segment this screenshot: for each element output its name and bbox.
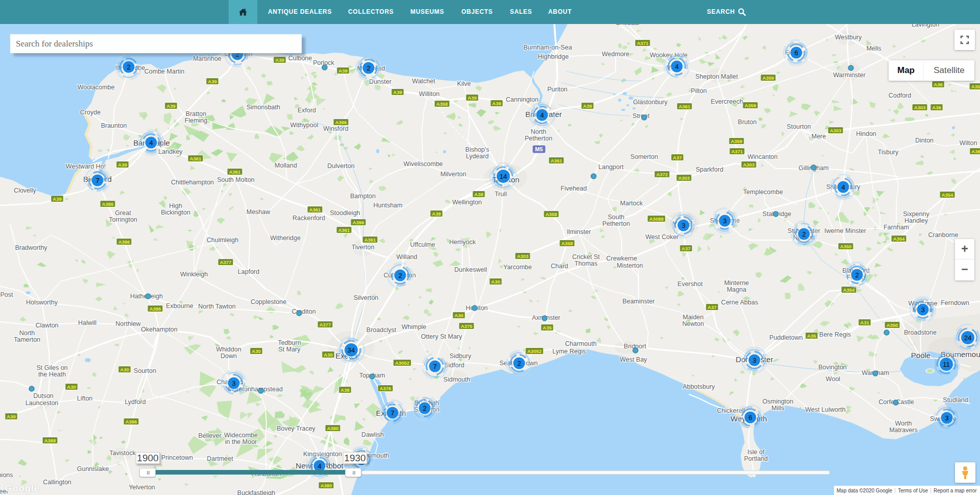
svg-text:Mere: Mere (812, 133, 826, 140)
svg-text:A37: A37 (673, 155, 681, 160)
svg-text:A39: A39 (338, 68, 347, 74)
svg-text:2: 2 (398, 272, 402, 279)
svg-text:Worth: Worth (895, 420, 912, 427)
svg-text:A361: A361 (679, 104, 691, 109)
svg-text:Exford: Exford (298, 107, 316, 114)
svg-text:Mills: Mills (772, 405, 785, 412)
svg-text:Bovington: Bovington (818, 364, 847, 371)
svg-text:A31: A31 (860, 320, 869, 325)
svg-text:M5: M5 (535, 146, 543, 152)
svg-text:Uffculme: Uffculme (410, 241, 435, 248)
svg-text:Cricket St: Cricket St (572, 253, 600, 261)
svg-text:Cranborne: Cranborne (928, 231, 958, 239)
svg-text:Meshaw: Meshaw (247, 208, 271, 216)
svg-text:Torrington: Torrington (109, 216, 137, 223)
svg-text:North: North (19, 329, 35, 337)
svg-text:Chard: Chard (551, 263, 568, 270)
svg-text:Templecombe: Templecombe (743, 188, 783, 196)
svg-text:A39: A39 (393, 89, 402, 95)
svg-text:Stoodleigh: Stoodleigh (330, 209, 360, 217)
svg-text:Milverton: Milverton (440, 171, 467, 178)
svg-text:A35: A35 (807, 333, 816, 339)
svg-text:A36: A36 (971, 149, 980, 154)
svg-text:A354: A354 (893, 236, 905, 242)
svg-text:Poole: Poole (911, 351, 930, 360)
svg-text:Newton: Newton (682, 320, 704, 327)
svg-text:A350: A350 (887, 322, 898, 328)
svg-text:A354: A354 (843, 287, 855, 293)
svg-text:Thomas: Thomas (574, 260, 597, 267)
svg-text:Ashburton: Ashburton (252, 470, 281, 478)
svg-text:A303: A303 (517, 253, 529, 259)
svg-text:24: 24 (964, 334, 971, 342)
svg-text:Isle of: Isle of (747, 449, 765, 456)
svg-text:A388: A388 (44, 438, 56, 443)
svg-text:2: 2 (802, 230, 805, 238)
svg-text:Great: Great (115, 209, 131, 217)
svg-text:the Heath: the Heath (38, 371, 66, 378)
svg-text:A361: A361 (190, 156, 202, 161)
svg-text:2: 2 (423, 405, 426, 412)
svg-text:Molland: Molland (275, 162, 297, 169)
svg-text:Bampton: Bampton (350, 193, 376, 200)
svg-text:A30: A30 (67, 384, 76, 390)
svg-text:Clawton: Clawton (35, 322, 58, 329)
svg-text:14: 14 (500, 173, 507, 180)
svg-text:Bickington: Bickington (161, 209, 190, 216)
svg-text:Wilton: Wilton (960, 139, 977, 147)
svg-text:A39: A39 (275, 57, 284, 63)
svg-text:Misterton: Misterton (617, 262, 643, 269)
svg-text:A386: A386 (118, 239, 130, 245)
svg-text:Dartmeet: Dartmeet (207, 455, 233, 462)
svg-text:Evershot: Evershot (677, 280, 703, 288)
svg-text:Kilve: Kilve (457, 80, 471, 87)
svg-text:A380: A380 (321, 483, 332, 488)
svg-text:4: 4 (675, 63, 678, 70)
svg-text:Willand: Willand (397, 253, 418, 261)
svg-text:Ferndown: Ferndown (941, 299, 969, 307)
svg-text:34: 34 (348, 346, 355, 354)
svg-text:North: North (531, 128, 547, 135)
svg-text:Cerne Abbas: Cerne Abbas (721, 299, 758, 306)
svg-text:Wiveliscombe: Wiveliscombe (403, 160, 443, 168)
svg-text:A359: A359 (763, 75, 774, 81)
svg-text:Woolacombe: Woolacombe (78, 84, 115, 91)
svg-text:Wool: Wool (826, 375, 840, 383)
svg-text:A36: A36 (934, 82, 942, 87)
svg-text:Shepton Mallet: Shepton Mallet (695, 73, 738, 80)
svg-text:A35: A35 (543, 325, 552, 331)
svg-text:A38: A38 (474, 192, 483, 197)
svg-text:7: 7 (95, 177, 99, 184)
svg-text:Ilminster: Ilminster (567, 228, 591, 235)
svg-text:Yelverton: Yelverton (129, 484, 155, 491)
svg-text:Broadstone: Broadstone (904, 329, 937, 336)
svg-text:Landkey: Landkey (158, 148, 183, 155)
svg-text:Hemyock: Hemyock (449, 239, 476, 246)
svg-text:Farnham: Farnham (884, 224, 909, 231)
svg-text:A39: A39 (468, 95, 476, 101)
svg-text:Dutson: Dutson (33, 392, 54, 399)
svg-text:Gunnislake: Gunnislake (77, 465, 109, 473)
svg-text:Okehampton: Okehampton (141, 326, 178, 333)
svg-text:Yarcombe: Yarcombe (503, 264, 532, 271)
svg-text:Petherton: Petherton (602, 220, 630, 227)
svg-text:Lyme Regis: Lyme Regis (552, 348, 586, 355)
svg-text:Widecombe: Widecombe (224, 432, 258, 439)
svg-text:A396: A396 (353, 220, 364, 225)
svg-text:Lydford: Lydford (125, 398, 145, 406)
svg-text:A377: A377 (320, 322, 331, 327)
svg-text:A39: A39 (492, 101, 501, 106)
svg-text:3: 3 (723, 217, 726, 225)
svg-text:Chittlehampton: Chittlehampton (171, 179, 214, 186)
svg-text:11: 11 (943, 361, 950, 368)
svg-text:A3052: A3052 (395, 360, 409, 366)
svg-text:6: 6 (794, 49, 798, 57)
svg-text:A30: A30 (491, 279, 500, 285)
svg-text:A396: A396 (335, 120, 347, 125)
svg-text:Callington: Callington (43, 479, 71, 486)
svg-text:A380: A380 (327, 426, 339, 431)
svg-text:Cannington: Cannington (506, 96, 538, 103)
svg-text:Minions: Minions (0, 472, 13, 479)
svg-text:South: South (608, 214, 625, 221)
svg-text:Lifton: Lifton (77, 395, 93, 402)
